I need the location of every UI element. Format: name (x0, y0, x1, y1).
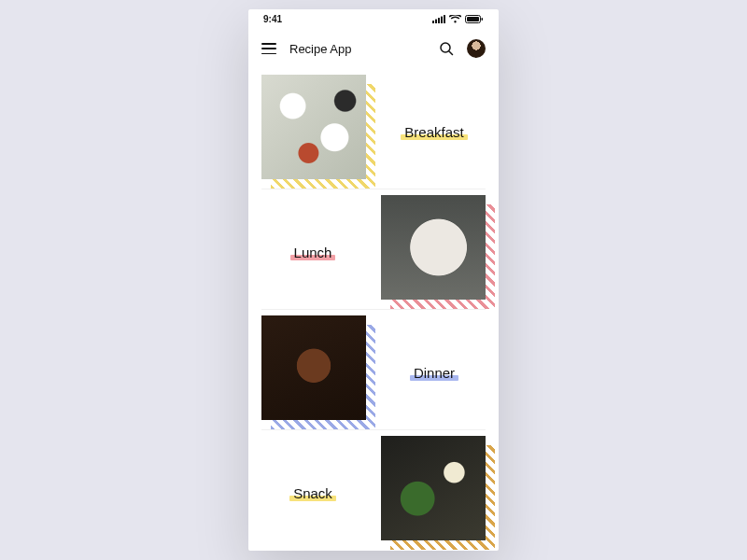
signal-icon (432, 15, 445, 23)
app-title: Recipe App (289, 42, 426, 56)
category-image (381, 195, 486, 300)
category-breakfast[interactable]: Breakfast (261, 69, 486, 189)
svg-rect-0 (432, 21, 434, 23)
category-label: Dinner (383, 365, 486, 381)
wifi-icon (449, 15, 461, 23)
svg-rect-6 (467, 17, 479, 21)
svg-rect-7 (482, 18, 484, 21)
battery-icon (465, 15, 484, 23)
svg-rect-3 (441, 16, 443, 23)
status-time: 9:41 (263, 14, 282, 24)
svg-line-9 (449, 51, 453, 55)
category-label: Lunch (261, 245, 364, 260)
category-lunch[interactable]: Lunch (261, 189, 486, 310)
category-label: Breakfast (383, 124, 486, 140)
status-indicators (432, 15, 484, 23)
category-list: Breakfast Lunch Dinner (248, 69, 499, 550)
category-image (261, 315, 366, 420)
svg-rect-1 (435, 19, 437, 23)
menu-icon[interactable] (261, 43, 276, 54)
status-bar: 9:41 (248, 9, 499, 28)
svg-rect-2 (438, 18, 440, 23)
category-dinner[interactable]: Dinner (261, 310, 486, 430)
search-icon[interactable] (439, 41, 454, 56)
svg-rect-4 (444, 15, 445, 23)
avatar[interactable] (467, 39, 486, 58)
category-snack[interactable]: Snack (261, 430, 486, 550)
category-image (381, 436, 486, 540)
category-image (261, 75, 366, 179)
app-bar: Recipe App (248, 28, 499, 69)
category-label: Snack (261, 485, 364, 501)
phone-frame: 9:41 Recipe App (248, 9, 499, 551)
